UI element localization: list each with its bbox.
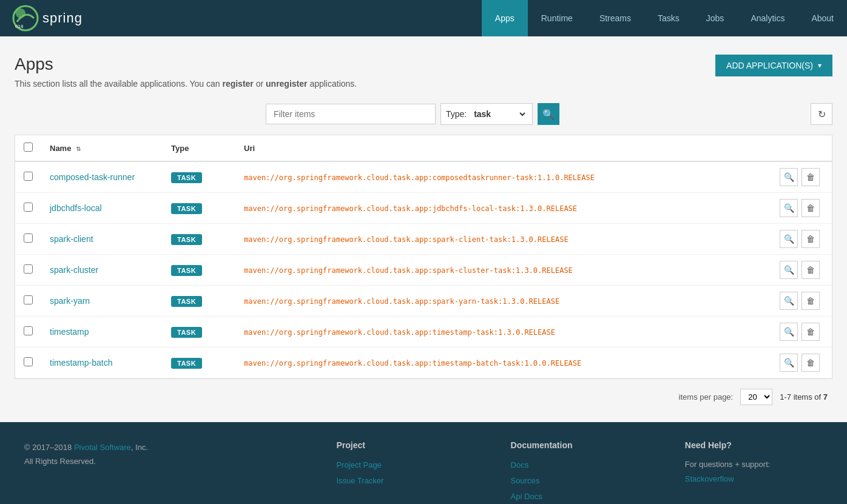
footer-link-docs[interactable]: Docs xyxy=(511,457,649,473)
add-button-label: ADD APPLICATION(S) xyxy=(726,61,813,70)
pivotal-link[interactable]: Pivotal Software xyxy=(74,443,131,452)
uri-text-1: maven://org.springframework.cloud.task.a… xyxy=(244,204,577,213)
nav-item-runtime[interactable]: Runtime xyxy=(528,0,586,36)
table-row: spark-client TASK maven://org.springfram… xyxy=(15,224,832,255)
nav-item-tasks[interactable]: Tasks xyxy=(644,0,693,36)
delete-app-button-6[interactable]: 🗑 xyxy=(801,354,820,372)
search-app-button-3[interactable]: 🔍 xyxy=(780,261,798,279)
search-app-button-6[interactable]: 🔍 xyxy=(780,354,798,372)
nav-item-jobs[interactable]: Jobs xyxy=(693,0,738,36)
row-check-cell xyxy=(15,255,41,286)
page-header: Apps This section lists all the availabl… xyxy=(15,55,832,89)
row-check-cell xyxy=(15,161,41,193)
row-name-cell: jdbchdfs-local xyxy=(41,193,163,224)
search-app-icon-0: 🔍 xyxy=(784,172,794,182)
footer-link-sources[interactable]: Sources xyxy=(511,473,649,489)
nav-item-apps[interactable]: Apps xyxy=(482,0,528,36)
row-type-cell: TASK xyxy=(163,348,235,378)
main-content: Apps This section lists all the availabl… xyxy=(0,36,847,422)
nav-item-about[interactable]: About xyxy=(798,0,847,36)
delete-app-button-0[interactable]: 🗑 xyxy=(801,168,820,186)
app-name-link-1[interactable]: jdbchdfs-local xyxy=(50,203,102,213)
search-app-button-1[interactable]: 🔍 xyxy=(780,199,798,217)
action-buttons-0: 🔍 🗑 xyxy=(780,168,823,186)
app-name-link-2[interactable]: spark-client xyxy=(50,234,93,244)
row-check-cell xyxy=(15,317,41,348)
footer-link-stackoverflow[interactable]: Stackoverflow xyxy=(685,471,823,487)
app-name-link-3[interactable]: spark-cluster xyxy=(50,265,98,275)
uri-text-5: maven://org.springframework.cloud.task.a… xyxy=(244,328,555,337)
search-app-button-5[interactable]: 🔍 xyxy=(780,323,798,341)
per-page-select[interactable]: 5 10 20 50 xyxy=(740,389,772,405)
delete-app-icon-3: 🗑 xyxy=(806,265,815,275)
search-app-icon-4: 🔍 xyxy=(784,296,794,306)
delete-app-button-2[interactable]: 🗑 xyxy=(801,230,820,248)
footer-heading-project: Project xyxy=(336,440,474,450)
row-checkbox-4[interactable] xyxy=(24,295,33,304)
search-app-icon-3: 🔍 xyxy=(784,265,794,275)
delete-app-icon-1: 🗑 xyxy=(806,203,815,213)
col-header-name[interactable]: Name ⇅ xyxy=(41,135,163,161)
search-button[interactable]: 🔍 xyxy=(538,103,559,125)
footer-heading-help: Need Help? xyxy=(685,440,823,450)
nav-item-streams[interactable]: Streams xyxy=(586,0,644,36)
pagination-row: items per page: 5 10 20 50 1-7 items of … xyxy=(15,379,832,408)
search-app-icon-6: 🔍 xyxy=(784,358,794,368)
delete-app-icon-5: 🗑 xyxy=(806,327,815,337)
row-check-cell xyxy=(15,348,41,378)
row-checkbox-2[interactable] xyxy=(24,234,33,243)
row-checkbox-5[interactable] xyxy=(24,326,33,335)
delete-app-button-5[interactable]: 🗑 xyxy=(801,323,820,341)
table-row: spark-yarn TASK maven://org.springframew… xyxy=(15,286,832,317)
row-uri-cell: maven://org.springframework.cloud.task.a… xyxy=(235,255,771,286)
delete-app-button-4[interactable]: 🗑 xyxy=(801,292,820,310)
row-checkbox-1[interactable] xyxy=(24,203,33,212)
delete-app-button-3[interactable]: 🗑 xyxy=(801,261,820,279)
app-name-link-0[interactable]: composed-task-runner xyxy=(50,172,135,182)
row-check-cell xyxy=(15,193,41,224)
col-header-check xyxy=(15,135,41,161)
action-buttons-4: 🔍 🗑 xyxy=(780,292,823,310)
row-checkbox-0[interactable] xyxy=(24,172,33,181)
row-checkbox-6[interactable] xyxy=(24,357,33,366)
row-type-cell: TASK xyxy=(163,255,235,286)
table-body: composed-task-runner TASK maven://org.sp… xyxy=(15,161,832,378)
range-end: 7 xyxy=(787,392,791,402)
row-uri-cell: maven://org.springframework.cloud.task.a… xyxy=(235,317,771,348)
page-description: This section lists all the available app… xyxy=(15,79,357,89)
svg-text:018: 018 xyxy=(15,24,24,29)
copyright-end: , Inc. xyxy=(131,443,148,452)
search-app-button-0[interactable]: 🔍 xyxy=(780,168,798,186)
row-actions-cell: 🔍 🗑 xyxy=(771,286,832,317)
footer-link-api-docs[interactable]: Api Docs xyxy=(511,489,649,504)
footer-heading-docs: Documentation xyxy=(511,440,649,450)
filter-input[interactable] xyxy=(266,104,436,124)
desc-middle: or xyxy=(254,79,266,89)
add-application-button[interactable]: ADD APPLICATION(S) ▾ xyxy=(715,55,832,76)
type-badge-6: TASK xyxy=(171,358,202,369)
type-select[interactable]: task source processor sink xyxy=(469,109,527,119)
search-app-button-2[interactable]: 🔍 xyxy=(780,230,798,248)
footer-link-issue-tracker[interactable]: Issue Tracker xyxy=(336,473,474,489)
row-checkbox-3[interactable] xyxy=(24,264,33,274)
row-uri-cell: maven://org.springframework.cloud.task.a… xyxy=(235,286,771,317)
name-sort-icon: ⇅ xyxy=(76,146,81,152)
footer-copyright: © 2017–2018 Pivotal Software, Inc. All R… xyxy=(24,440,300,469)
copyright-start: © 2017–2018 xyxy=(24,443,74,452)
search-app-button-4[interactable]: 🔍 xyxy=(780,292,798,310)
app-name-link-5[interactable]: timestamp xyxy=(50,327,89,337)
row-actions-cell: 🔍 🗑 xyxy=(771,161,832,193)
app-name-link-6[interactable]: timestamp-batch xyxy=(50,358,112,368)
footer-link-project-page[interactable]: Project Page xyxy=(336,457,474,473)
row-actions-cell: 🔍 🗑 xyxy=(771,224,832,255)
uri-text-6: maven://org.springframework.cloud.task.a… xyxy=(244,359,581,368)
nav-item-analytics[interactable]: Analytics xyxy=(737,0,798,36)
select-all-checkbox[interactable] xyxy=(24,143,33,152)
delete-app-button-1[interactable]: 🗑 xyxy=(801,199,820,217)
type-badge-5: TASK xyxy=(171,327,202,338)
refresh-button[interactable]: ↻ xyxy=(811,103,832,125)
brand-logo-link[interactable]: 018 spring xyxy=(0,0,95,36)
app-name-link-4[interactable]: spark-yarn xyxy=(50,296,90,306)
footer-section-documentation: Documentation Docs Sources Api Docs xyxy=(511,440,649,504)
col-header-actions xyxy=(771,135,832,161)
